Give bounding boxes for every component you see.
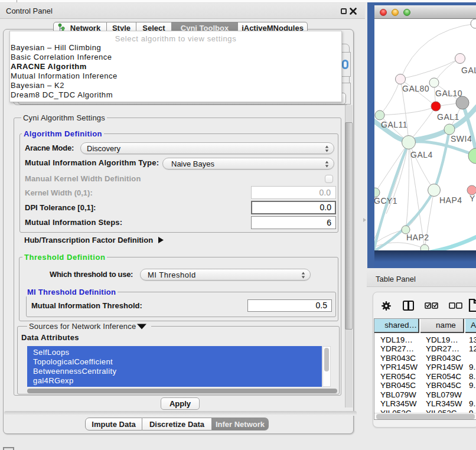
svg-text:HAP2: HAP2	[406, 233, 429, 242]
svg-text:SWI4: SWI4	[451, 134, 472, 144]
svg-text:GAL80: GAL80	[402, 84, 429, 93]
svg-text:GAL7: GAL7	[461, 66, 476, 75]
svg-text:GAL10: GAL10	[435, 89, 462, 98]
svg-text:GCY1: GCY1	[374, 196, 397, 206]
svg-text:HAP4: HAP4	[439, 195, 462, 205]
svg-text:GAL11: GAL11	[381, 120, 407, 129]
svg-text:Y: Y	[470, 194, 475, 203]
svg-text:GAL1: GAL1	[437, 112, 459, 122]
svg-text:GAL4: GAL4	[410, 150, 433, 159]
